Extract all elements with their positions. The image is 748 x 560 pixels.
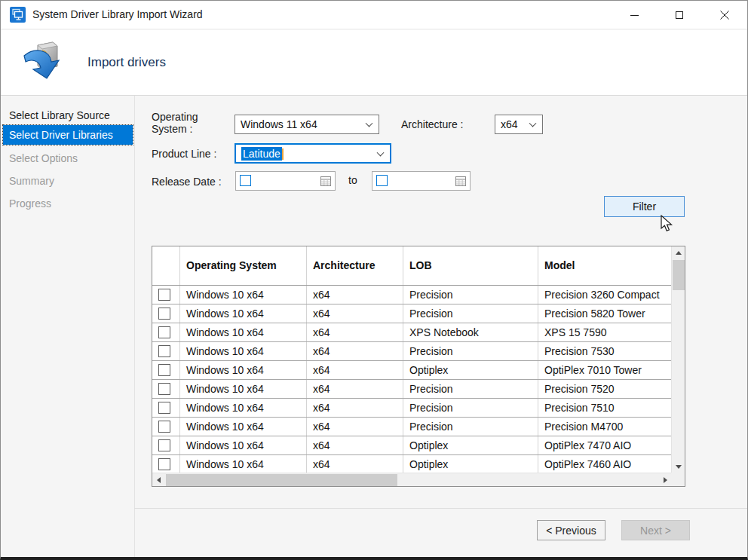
cell-architecture: x64 [307, 455, 403, 473]
column-header-architecture[interactable]: Architecture [307, 246, 403, 285]
cell-architecture: x64 [307, 361, 403, 379]
operating-system-value: Windows 11 x64 [241, 118, 317, 130]
cell-architecture: x64 [307, 323, 403, 341]
cell-operating-system: Windows 10 x64 [180, 342, 307, 360]
architecture-dropdown[interactable]: x64 [495, 115, 543, 134]
table-row[interactable]: Windows 10 x64 x64 Precision Precision 5… [152, 304, 672, 323]
row-checkbox[interactable] [158, 308, 170, 320]
maximize-button[interactable] [657, 1, 702, 29]
row-checkbox[interactable] [158, 326, 170, 338]
column-header-operating-system[interactable]: Operating System [180, 246, 307, 285]
wizard-window: System Driver Library Import Wizard [0, 0, 748, 560]
select-all-column-header [152, 246, 180, 285]
cell-lob: Precision [403, 342, 538, 360]
page-title: Import drivers [87, 55, 166, 70]
sidebar-item-select-library-source[interactable]: Select Library Source [3, 106, 133, 125]
cell-architecture: x64 [307, 304, 403, 323]
sidebar-divider [134, 96, 135, 560]
table-row[interactable]: Windows 10 x64 x64 Precision Precision 7… [152, 380, 672, 399]
row-checkbox[interactable] [158, 364, 170, 376]
chevron-down-icon [366, 120, 373, 127]
previous-button[interactable]: < Previous [537, 520, 605, 540]
maximize-icon [676, 11, 683, 19]
triangle-right-icon [664, 477, 667, 483]
vertical-scrollbar[interactable] [671, 246, 685, 473]
release-date-to-field[interactable] [372, 171, 471, 191]
row-checkbox[interactable] [158, 439, 170, 451]
architecture-value: x64 [501, 118, 518, 130]
cell-operating-system: Windows 10 x64 [180, 418, 307, 436]
cell-lob: Precision [403, 380, 538, 398]
sidebar-item-summary: Summary [3, 171, 133, 191]
calendar-icon[interactable] [454, 174, 468, 188]
cell-operating-system: Windows 10 x64 [180, 304, 307, 323]
release-date-from-field[interactable] [235, 171, 336, 191]
row-checkbox[interactable] [158, 421, 170, 433]
triangle-up-icon [676, 251, 682, 255]
row-checkbox[interactable] [158, 402, 170, 414]
triangle-down-icon [676, 465, 682, 469]
scroll-down-arrow[interactable] [672, 461, 685, 473]
scroll-up-arrow[interactable] [672, 246, 685, 259]
cell-model: Precision 7510 [538, 399, 672, 417]
table-row[interactable]: Windows 10 x64 x64 Precision Precision 7… [152, 342, 672, 361]
row-checkbox[interactable] [158, 383, 170, 395]
table-row[interactable]: Windows 10 x64 x64 Optiplex OptiPlex 701… [152, 361, 672, 380]
table-row[interactable]: Windows 10 x64 x64 Optiplex OptiPlex 746… [152, 455, 672, 473]
scroll-left-arrow[interactable] [152, 473, 165, 487]
cell-operating-system: Windows 10 x64 [180, 436, 307, 454]
import-drivers-icon [20, 39, 68, 87]
calendar-icon[interactable] [319, 174, 333, 188]
sidebar-item-select-driver-libraries[interactable]: Select Driver Libraries [3, 125, 133, 145]
column-header-model[interactable]: Model [538, 246, 672, 285]
triangle-left-icon [157, 477, 161, 483]
cell-model: OptiPlex 7460 AIO [538, 455, 672, 473]
text-caret [282, 148, 284, 160]
release-date-from-checkbox[interactable] [240, 175, 251, 186]
product-line-label: Product Line : [152, 148, 216, 160]
scrollbar-corner [671, 473, 685, 486]
next-button: Next > [621, 520, 690, 540]
table-row[interactable]: Windows 10 x64 x64 Precision Precision 7… [152, 399, 672, 418]
row-checkbox[interactable] [158, 458, 170, 470]
scroll-right-arrow[interactable] [659, 473, 672, 487]
cell-lob: XPS Notebook [403, 323, 538, 341]
cell-architecture: x64 [307, 286, 403, 304]
filter-button[interactable]: Filter [604, 196, 685, 217]
app-icon [10, 7, 26, 23]
row-checkbox[interactable] [158, 345, 170, 357]
cell-lob: Precision [403, 304, 538, 323]
cell-model: Precision 3260 Compact [538, 286, 672, 304]
cell-lob: Precision [403, 286, 538, 304]
cell-operating-system: Windows 10 x64 [180, 323, 307, 341]
table-row[interactable]: Windows 10 x64 x64 Precision Precision M… [152, 418, 672, 436]
column-header-lob[interactable]: LOB [403, 246, 538, 285]
table-row[interactable]: Windows 10 x64 x64 XPS Notebook XPS 15 7… [152, 323, 672, 342]
footer-divider [134, 508, 748, 509]
cell-model: Precision 7530 [538, 342, 672, 360]
close-button[interactable] [702, 1, 747, 29]
sidebar-item-select-options: Select Options [3, 148, 133, 168]
cell-architecture: x64 [307, 436, 403, 454]
horizontal-scrollbar[interactable] [152, 473, 672, 486]
cell-model: OptiPlex 7470 AIO [538, 436, 672, 454]
table-row[interactable]: Windows 10 x64 x64 Optiplex OptiPlex 747… [152, 436, 672, 455]
horizontal-scrollbar-thumb[interactable] [166, 474, 397, 486]
product-line-value: Latitude [241, 147, 282, 161]
row-checkbox[interactable] [158, 289, 170, 301]
close-icon [720, 11, 729, 20]
operating-system-dropdown[interactable]: Windows 11 x64 [235, 115, 379, 134]
cell-operating-system: Windows 10 x64 [180, 399, 307, 417]
release-date-to-label: to [348, 174, 357, 186]
cell-operating-system: Windows 10 x64 [180, 380, 307, 398]
cell-architecture: x64 [307, 418, 403, 436]
product-line-dropdown[interactable]: Latitude [235, 143, 391, 164]
release-date-label: Release Date : [152, 176, 222, 188]
minimize-button[interactable] [612, 1, 657, 29]
table-row[interactable]: Windows 10 x64 x64 Precision Precision 3… [152, 286, 672, 304]
release-date-to-checkbox[interactable] [376, 175, 388, 186]
vertical-scrollbar-thumb[interactable] [673, 260, 685, 290]
cell-model: XPS 15 7590 [538, 323, 672, 341]
operating-system-label: Operating System : [152, 111, 221, 135]
cell-architecture: x64 [307, 342, 403, 360]
